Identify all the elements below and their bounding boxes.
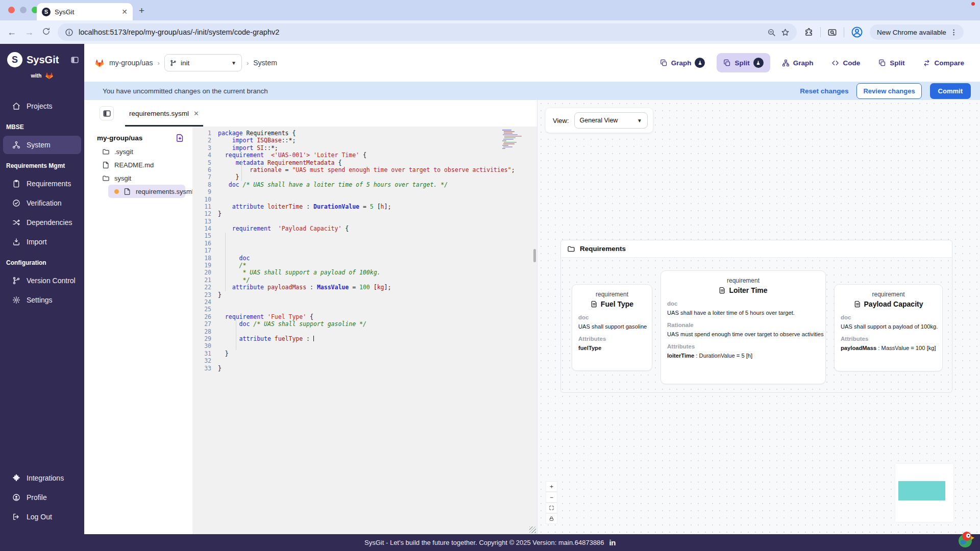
browser-tab[interactable]: S SysGit ✕ — [37, 3, 133, 20]
tree-item-requirements.sysml[interactable]: requirements.sysml — [108, 185, 185, 198]
resize-handle[interactable] — [529, 527, 536, 533]
code-line[interactable]: 27 doc /* UAS shall support gasoline */ — [192, 320, 537, 328]
code-line[interactable]: 21 */ — [192, 277, 537, 284]
editor-tab[interactable]: requirements.sysml ✕ — [127, 100, 201, 127]
explorer-collapse-button[interactable] — [100, 106, 114, 120]
url-text[interactable]: localhost:5173/repo/my-group/uas/-/init/… — [79, 28, 762, 36]
zoom-out-button[interactable]: − — [546, 492, 557, 503]
sidebar-item-integrations[interactable]: Integrations — [3, 469, 81, 487]
minimap-viewport[interactable] — [898, 481, 945, 500]
tree-item-README.md[interactable]: README.md — [84, 158, 192, 171]
view-mode-code-button[interactable]: Code — [825, 55, 867, 71]
code-editor[interactable]: 1package Requirements {2 import ISQBase:… — [192, 127, 537, 534]
address-bar[interactable]: localhost:5173/repo/my-group/uas/-/init/… — [58, 23, 797, 41]
requirement-card-fuel-type[interactable]: requirementFuel TypedocUAS shall support… — [572, 284, 652, 371]
view-mode-split-button[interactable]: Split — [872, 55, 911, 71]
sidebar-item-version-control[interactable]: Version Control — [3, 271, 81, 290]
code-line[interactable]: 29 attribute fuelType : — [192, 335, 537, 342]
extensions-icon[interactable] — [804, 28, 814, 37]
view-mode-split-button[interactable]: Split — [717, 53, 770, 72]
bookmark-star-icon[interactable] — [781, 28, 790, 37]
browser-menu-icon[interactable]: ⋮ — [950, 30, 958, 35]
forward-button[interactable]: → — [24, 27, 34, 38]
code-line[interactable]: 28 — [192, 328, 537, 335]
code-line[interactable]: 22 attribute payloadMass : MassValue = 1… — [192, 284, 537, 291]
zoom-in-button[interactable]: ＋ — [546, 481, 557, 492]
code-line[interactable]: 18 doc — [192, 255, 537, 262]
sidebar-item-projects[interactable]: Projects — [3, 97, 81, 115]
code-line[interactable]: 14 requirement 'Payload Capacity' { — [192, 225, 537, 232]
tab-search-icon[interactable] — [827, 28, 837, 37]
view-mode-graph-button[interactable]: Graph — [775, 55, 820, 71]
reset-changes-button[interactable]: Reset changes — [800, 87, 848, 95]
sidebar-section-label: Requirements Mgmt — [0, 155, 84, 173]
code-line[interactable]: 4 requirement <'UAS-001'> 'Loiter Time' … — [192, 152, 537, 159]
sidebar-item-profile[interactable]: Profile — [3, 488, 81, 507]
code-line[interactable]: 17 — [192, 247, 537, 254]
fit-view-button[interactable] — [546, 503, 557, 513]
code-line[interactable]: 12} — [192, 210, 537, 217]
editor-scrollbar[interactable] — [533, 249, 536, 262]
code-line[interactable]: 33} — [192, 365, 537, 372]
sidebar-item-requirements[interactable]: Requirements — [3, 174, 81, 193]
minimize-window-button[interactable] — [20, 7, 27, 13]
reload-button[interactable] — [42, 27, 51, 36]
tree-item-.sysgit[interactable]: .sysgit — [84, 145, 192, 158]
commit-button[interactable]: Commit — [930, 83, 971, 99]
code-line[interactable]: 8 doc /* UAS shall have a loiter time of… — [192, 181, 537, 188]
requirement-card-payload-capacity[interactable]: requirementPayload CapacitydocUAS shall … — [834, 284, 943, 371]
close-window-button[interactable] — [8, 7, 15, 13]
view-mode-compare-button[interactable]: Compare — [916, 55, 971, 71]
code-line[interactable]: 26 requirement 'Fuel Type' { — [192, 313, 537, 320]
sidebar-item-dependencies[interactable]: Dependencies — [3, 213, 81, 232]
code-line[interactable]: 11 attribute loiterTime : DurationValue … — [192, 203, 537, 210]
code-line[interactable]: 24 — [192, 298, 537, 306]
code-line[interactable]: 32 — [192, 357, 537, 364]
code-line[interactable]: 20 * UAS shall support a payload of 100k… — [192, 269, 537, 276]
site-info-icon[interactable] — [65, 28, 74, 37]
code-line[interactable]: 3 import SI::*; — [192, 144, 537, 152]
sidebar-collapse-icon[interactable] — [70, 56, 79, 64]
profile-avatar-icon[interactable] — [851, 26, 863, 38]
back-button[interactable]: ← — [7, 27, 16, 38]
chrome-update-button[interactable]: New Chrome available ⋮ — [870, 24, 964, 40]
code-line[interactable]: 9 — [192, 188, 537, 195]
sidebar-item-settings[interactable]: Settings — [3, 291, 81, 309]
editor-tab-close-icon[interactable]: ✕ — [193, 110, 199, 117]
code-line[interactable]: 10 — [192, 196, 537, 203]
code-line[interactable]: 23} — [192, 291, 537, 298]
tree-item-sysgit[interactable]: sysgit — [84, 171, 192, 185]
sidebar-item-import[interactable]: Import — [3, 233, 81, 251]
window-controls[interactable] — [8, 7, 38, 13]
requirement-card-loiter-time[interactable]: requirementLoiter TimedocUAS shall have … — [660, 270, 826, 384]
graph-canvas[interactable]: View: General View ▼ Requirements requir… — [537, 100, 980, 534]
branch-selector[interactable]: init ▼ — [164, 54, 242, 71]
review-changes-button[interactable]: Review changes — [856, 83, 921, 99]
sidebar-item-verification[interactable]: Verification — [3, 194, 81, 212]
view-mode-graph-button[interactable]: Graph — [653, 53, 712, 72]
sidebar-item-system[interactable]: System — [3, 136, 81, 154]
code-line[interactable]: 19 /* — [192, 262, 537, 269]
view-select[interactable]: General View ▼ — [574, 112, 648, 129]
breadcrumb-repo[interactable]: my-group/uas — [109, 59, 153, 67]
code-line[interactable]: 6 rationale = "UAS must spend enough tim… — [192, 166, 537, 173]
minimap[interactable] — [895, 464, 953, 522]
lock-button[interactable] — [546, 513, 557, 524]
code-line[interactable]: 30 — [192, 342, 537, 349]
add-file-icon[interactable] — [176, 134, 184, 142]
explorer-root[interactable]: my-group/uas — [84, 131, 192, 145]
linkedin-icon[interactable]: in — [609, 538, 616, 547]
code-line[interactable]: 15 — [192, 232, 537, 239]
code-line[interactable]: 13 — [192, 218, 537, 225]
code-line[interactable]: 5 metadata RequirementMetadata { — [192, 159, 537, 166]
code-line[interactable]: 25 — [192, 306, 537, 313]
code-line[interactable]: 1package Requirements { — [192, 130, 537, 137]
zoom-page-icon[interactable] — [767, 28, 776, 37]
sidebar-item-log-out[interactable]: Log Out — [3, 508, 81, 526]
code-line[interactable]: 7 } — [192, 173, 537, 181]
code-line[interactable]: 16 — [192, 240, 537, 247]
code-line[interactable]: 2 import ISQBase::*; — [192, 137, 537, 144]
tab-close-icon[interactable]: ✕ — [121, 8, 128, 16]
new-tab-button[interactable]: + — [139, 5, 144, 16]
code-line[interactable]: 31 } — [192, 350, 537, 357]
